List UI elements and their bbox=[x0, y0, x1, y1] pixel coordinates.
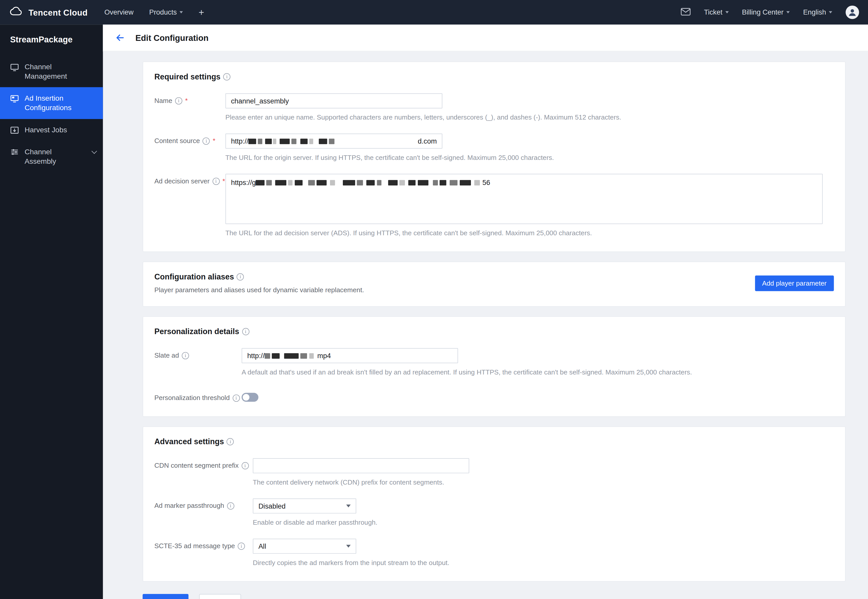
select-value: All bbox=[258, 542, 266, 550]
nav-language[interactable]: English bbox=[803, 8, 832, 17]
slate-ad-field-label: Slate ad bbox=[154, 348, 242, 360]
info-icon[interactable] bbox=[182, 352, 189, 359]
content-source-field-row: Content source http:// d.com bbox=[154, 134, 834, 161]
url-suffix: mp4 bbox=[317, 352, 331, 360]
slate-ad-field-row: Slate ad http:// mp4 A default bbox=[154, 348, 834, 376]
scte35-help-text: Directly copies the ad markers from the … bbox=[253, 559, 834, 567]
nav-overview-label: Overview bbox=[104, 8, 133, 17]
section-title-personalization: Personalization details bbox=[154, 327, 834, 336]
redacted-text bbox=[256, 180, 482, 185]
personalization-threshold-label: Personalization threshold bbox=[154, 391, 242, 402]
page-body: Required settings Name Please enter an u… bbox=[103, 51, 868, 599]
info-icon[interactable] bbox=[242, 462, 249, 469]
page-header: Edit Configuration bbox=[103, 24, 868, 51]
slate-ad-input[interactable]: http:// mp4 bbox=[242, 348, 458, 363]
info-icon[interactable] bbox=[227, 438, 234, 445]
mail-button[interactable] bbox=[681, 8, 691, 17]
configuration-aliases-card: Configuration aliases Player parameters … bbox=[143, 262, 846, 307]
nav-overview[interactable]: Overview bbox=[104, 8, 133, 17]
name-help-text: Please enter an unique name. Supported c… bbox=[225, 113, 834, 121]
avatar[interactable] bbox=[846, 6, 859, 19]
sidebar-item-channel-assembly[interactable]: Channel Assembly bbox=[0, 141, 103, 172]
section-title-text: Personalization details bbox=[154, 327, 239, 336]
field-label-text: Content source bbox=[154, 137, 200, 145]
topbar: Tencent Cloud Overview Products + Ticket bbox=[0, 0, 868, 24]
scte35-message-type-select[interactable]: All bbox=[253, 539, 356, 554]
sidebar-item-ad-insertion-configurations[interactable]: Ad Insertion Configurations bbox=[0, 87, 103, 119]
tencent-cloud-logo-icon bbox=[9, 6, 24, 18]
ad-decision-server-textarea[interactable]: https://g 56 bbox=[225, 174, 823, 224]
cdn-prefix-input[interactable] bbox=[253, 458, 469, 473]
sidebar-item-harvest-jobs[interactable]: Harvest Jobs bbox=[0, 119, 103, 141]
section-title-required: Required settings bbox=[154, 72, 834, 81]
select-value: Disabled bbox=[258, 502, 285, 510]
topbar-right: Ticket Billing Center English bbox=[681, 6, 859, 19]
ad-marker-field-label: Ad marker passthrough bbox=[154, 498, 253, 510]
chevron-down-icon bbox=[92, 148, 97, 154]
info-icon[interactable] bbox=[237, 273, 244, 280]
cdn-prefix-help-text: The content delivery network (CDN) prefi… bbox=[253, 479, 834, 486]
info-icon[interactable] bbox=[232, 394, 240, 401]
brand[interactable]: Tencent Cloud bbox=[9, 6, 88, 18]
personalization-details-card: Personalization details Slate ad http:// bbox=[143, 316, 846, 417]
nav-ticket[interactable]: Ticket bbox=[704, 8, 729, 17]
info-icon[interactable] bbox=[223, 73, 230, 80]
nav-language-label: English bbox=[803, 8, 826, 17]
aliases-text-block: Configuration aliases Player parameters … bbox=[154, 272, 364, 294]
content-source-input[interactable]: http:// d.com bbox=[225, 134, 442, 149]
url-prefix: http:// bbox=[247, 352, 265, 360]
info-icon[interactable] bbox=[175, 97, 182, 104]
back-button[interactable] bbox=[112, 30, 128, 45]
field-label-text: Name bbox=[154, 96, 172, 104]
aliases-description: Player parameters and aliases used for d… bbox=[154, 286, 364, 294]
personalization-threshold-row: Personalization threshold bbox=[154, 391, 834, 402]
chevron-down-icon bbox=[725, 11, 728, 14]
personalization-threshold-toggle[interactable] bbox=[242, 393, 258, 402]
ad-marker-passthrough-select[interactable]: Disabled bbox=[253, 498, 356, 513]
nav-add-tab[interactable]: + bbox=[199, 8, 204, 17]
sidebar: StreamPackage Channel Management Ad Inse… bbox=[0, 24, 103, 599]
ad-insertion-icon bbox=[10, 94, 19, 103]
plus-icon: + bbox=[199, 8, 204, 17]
scte35-field-label: SCTE-35 ad message type bbox=[154, 539, 253, 550]
info-icon[interactable] bbox=[242, 328, 249, 335]
section-title-aliases: Configuration aliases bbox=[154, 272, 364, 281]
name-field-row: Name Please enter an unique name. Suppor… bbox=[154, 93, 834, 121]
add-player-parameter-button[interactable]: Add player parameter bbox=[755, 275, 834, 291]
nav-products-label: Products bbox=[149, 8, 177, 17]
field-label-text: Ad decision server bbox=[154, 177, 210, 185]
ads-help-text: The URL for the ad decision server (ADS)… bbox=[225, 229, 834, 237]
cancel-button[interactable]: Cancel bbox=[199, 594, 241, 599]
cdn-prefix-field-row: CDN content segment prefix The content d… bbox=[154, 458, 834, 486]
page-title: Edit Configuration bbox=[135, 33, 208, 42]
nav-billing-center[interactable]: Billing Center bbox=[742, 8, 790, 17]
sidebar-item-channel-management[interactable]: Channel Management bbox=[0, 56, 103, 87]
required-settings-card: Required settings Name Please enter an u… bbox=[143, 62, 846, 252]
channel-management-icon bbox=[10, 63, 19, 72]
channel-assembly-icon bbox=[10, 147, 19, 157]
info-icon[interactable] bbox=[227, 502, 234, 509]
harvest-jobs-icon bbox=[10, 125, 19, 134]
required-asterisk bbox=[222, 177, 225, 185]
confirm-button[interactable]: Confirm bbox=[143, 594, 189, 599]
footer-actions: Confirm Cancel bbox=[143, 594, 846, 599]
section-title-advanced: Advanced settings bbox=[154, 437, 834, 446]
info-icon[interactable] bbox=[203, 137, 210, 144]
field-label-text: SCTE-35 ad message type bbox=[154, 542, 235, 550]
url-prefix: http:// bbox=[231, 137, 248, 145]
url-prefix: https://g bbox=[231, 179, 256, 187]
info-icon[interactable] bbox=[238, 542, 245, 549]
top-nav: Overview Products + bbox=[104, 8, 204, 17]
nav-products[interactable]: Products bbox=[149, 8, 183, 17]
scte35-field-row: SCTE-35 ad message type All Directly cop… bbox=[154, 539, 834, 567]
advanced-settings-card: Advanced settings CDN content segment pr… bbox=[143, 426, 846, 582]
name-input[interactable] bbox=[225, 93, 442, 108]
ad-decision-server-field-row: Ad decision server https://g bbox=[154, 174, 834, 237]
required-asterisk bbox=[185, 96, 188, 104]
section-title-text: Advanced settings bbox=[154, 437, 224, 446]
ad-marker-help-text: Enable or disable ad marker passthrough. bbox=[253, 519, 834, 527]
required-asterisk bbox=[213, 137, 215, 145]
name-field-label: Name bbox=[154, 93, 225, 104]
info-icon[interactable] bbox=[213, 178, 220, 185]
main-content: Edit Configuration Required settings Nam… bbox=[103, 24, 868, 599]
